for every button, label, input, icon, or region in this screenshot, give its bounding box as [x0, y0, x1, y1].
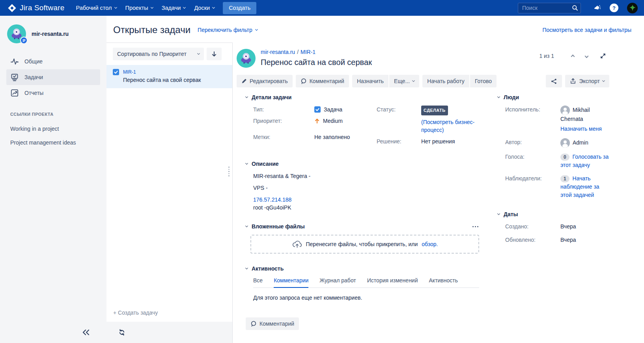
refresh-icon[interactable]	[118, 329, 125, 336]
issue-pager: 1 из 1	[539, 53, 606, 59]
sidebar-item-reports[interactable]: Отчеты	[6, 85, 100, 101]
help-icon[interactable]: ?	[610, 4, 618, 12]
section-collapse-icon[interactable]	[497, 95, 500, 98]
browse-files-link[interactable]: обзор.	[422, 241, 438, 247]
share-button[interactable]	[546, 75, 562, 87]
tab-history[interactable]: История изменений	[367, 277, 418, 287]
page-header: Открытые задачи Переключить фильтр Посмо…	[106, 16, 644, 43]
chevron-down-icon	[197, 52, 200, 54]
expand-icon[interactable]	[600, 53, 606, 59]
sidebar-item-issues[interactable]: Задачи	[6, 69, 100, 85]
description-line: root -qGu4oiPK	[253, 204, 479, 211]
view-all-issues-link[interactable]: Посмотреть все задачи и фильтры	[542, 27, 631, 33]
export-icon	[570, 78, 576, 84]
more-button[interactable]: Еще...	[389, 75, 419, 87]
page-title: Открытые задачи	[113, 24, 190, 35]
description-line: VPS -	[253, 184, 479, 192]
pulse-icon	[10, 57, 19, 66]
priority-label: Приоритет:	[253, 117, 314, 125]
jira-logo-text: Jira Software	[20, 4, 64, 12]
priority-medium-icon	[314, 118, 320, 124]
edit-button[interactable]: Редактировать	[237, 75, 293, 87]
export-button[interactable]: Экспорт	[565, 75, 609, 87]
project-avatar	[237, 49, 256, 69]
breadcrumb: mir-resanta.ru/MIR-1	[261, 49, 372, 55]
assign-button[interactable]: Назначить	[352, 75, 388, 87]
assign-to-me-link[interactable]: Назначить меня	[560, 125, 610, 133]
sort-dropdown[interactable]: Сортировать по Приоритет	[113, 48, 204, 60]
search-input[interactable]	[518, 3, 581, 13]
view-workflow-link[interactable]: (Посмотреть бизнес-процесс)	[421, 118, 479, 134]
issue-key: MIR-1	[123, 69, 136, 75]
project-links-header: ССЫЛКИ ПРОЕКТА	[10, 112, 96, 117]
server-ip-link[interactable]: 176.57.214.188	[253, 196, 479, 204]
tab-all[interactable]: Все	[253, 277, 263, 287]
reports-icon	[10, 89, 19, 97]
reporter-avatar	[560, 138, 570, 148]
pencil-icon	[241, 78, 247, 84]
issue-detail-panel: mir-resanta.ru/MIR-1 Перенос сайта на св…	[233, 43, 644, 343]
labels-value: Не заполнено	[314, 133, 350, 141]
attachment-dropzone[interactable]: Перенесите файлы, чтобы прикрепить, или …	[250, 235, 479, 254]
done-button[interactable]: Готово	[470, 75, 497, 87]
announcement-icon[interactable]	[593, 4, 601, 12]
panel-resize-handle[interactable]	[227, 165, 231, 178]
project-avatar	[7, 24, 26, 43]
search-icon[interactable]	[572, 5, 578, 12]
section-collapse-icon[interactable]	[245, 266, 248, 269]
nav-menu-boards[interactable]: Доски	[190, 0, 219, 16]
section-collapse-icon[interactable]	[245, 95, 248, 98]
issues-icon	[10, 73, 19, 82]
attachments-section-title: Вложенные файлы	[252, 223, 305, 230]
sort-direction-button[interactable]	[207, 48, 222, 60]
issue-title: Перенос сайта на свой сервак	[261, 58, 372, 67]
assignee-label: Исполнитель:	[505, 106, 560, 133]
type-value: Задача	[324, 106, 342, 113]
status-badge: СДЕЛАТЬ	[421, 106, 448, 115]
sidebar-collapse-icon[interactable]	[82, 329, 90, 336]
start-work-button[interactable]: Начать работу	[422, 75, 469, 87]
nav-menu-dashboard[interactable]: Рабочий стол	[71, 0, 121, 16]
task-checkbox-icon	[113, 69, 119, 75]
dates-section: Даты Создано: Вчера Обновлено: Вчера	[498, 211, 610, 244]
chevron-up-icon[interactable]	[571, 55, 575, 59]
jira-logo[interactable]: Jira Software	[7, 3, 64, 13]
section-collapse-icon[interactable]	[497, 212, 500, 215]
activity-section-title: Активность	[252, 265, 284, 272]
create-button[interactable]: Создать	[223, 2, 256, 14]
breadcrumb-issue-link[interactable]: MIR-1	[301, 49, 315, 55]
nav-menu-projects[interactable]: Проекты	[121, 0, 157, 16]
tab-worklog[interactable]: Журнал работ	[319, 277, 356, 287]
user-avatar[interactable]	[627, 3, 638, 13]
project-sidebar: mir-resanta.ru Общие Задачи Отчеты ССЫЛК…	[0, 16, 106, 343]
section-collapse-icon[interactable]	[245, 224, 248, 227]
nav-menu-issues[interactable]: Задачи	[157, 0, 190, 16]
chevron-down-icon	[212, 6, 215, 8]
tab-comments[interactable]: Комментарии	[274, 277, 308, 288]
priority-value: Medium	[323, 117, 343, 125]
add-comment-button[interactable]: Комментарий	[246, 317, 299, 330]
task-checkbox-icon	[314, 106, 321, 113]
project-header: mir-resanta.ru	[7, 24, 100, 43]
comment-button[interactable]: Комментарий	[296, 75, 349, 87]
issue-toolbar: Редактировать Комментарий Назначить Еще.…	[233, 75, 644, 87]
cloud-upload-icon	[292, 240, 302, 248]
issue-list-item[interactable]: MIR-1 Перенос сайта на свой сервак	[106, 65, 232, 88]
create-issue-link[interactable]: + Создать задачу	[106, 304, 232, 322]
chevron-down-icon[interactable]	[585, 54, 589, 58]
updated-value: Вчера	[560, 236, 610, 244]
details-section: Детали задачи Тип:	[246, 94, 479, 149]
breadcrumb-project-link[interactable]: mir-resanta.ru	[261, 49, 295, 55]
sidebar-item-summary[interactable]: Общие	[6, 54, 100, 69]
dropzone-text: Перенесите файлы, чтобы прикрепить, или	[306, 241, 418, 247]
sidebar-link-working-in-a-project[interactable]: Working in a project	[10, 126, 96, 132]
attachments-menu-icon[interactable]	[472, 224, 479, 229]
assignee-name: Mikhail	[573, 107, 590, 113]
dates-section-title: Даты	[504, 211, 518, 217]
switch-filter-link[interactable]: Переключить фильтр	[198, 27, 258, 33]
tab-activity[interactable]: Активность	[429, 277, 458, 287]
section-collapse-icon[interactable]	[245, 161, 248, 164]
search-box	[518, 3, 581, 13]
sidebar-link-project-management-ideas[interactable]: Project management ideas	[10, 139, 96, 146]
issue-summary: Перенос сайта на свой сервак	[123, 77, 226, 83]
